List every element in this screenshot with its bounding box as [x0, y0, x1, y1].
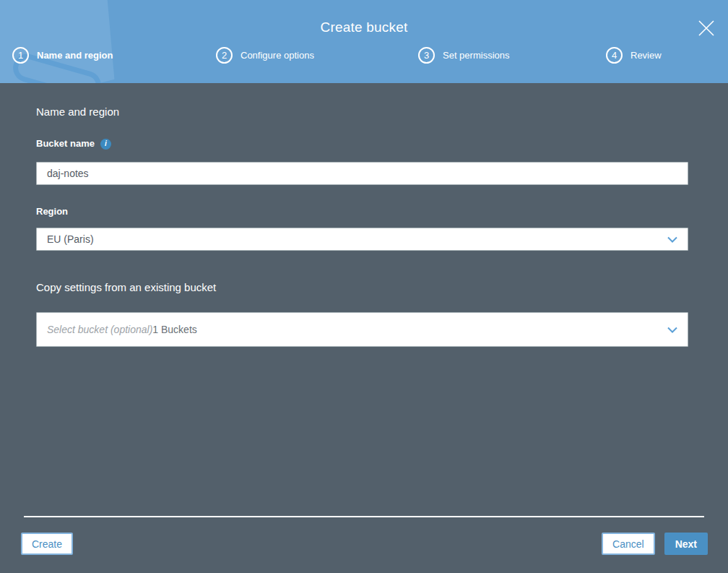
cancel-button[interactable]: Cancel	[602, 533, 655, 555]
bucket-name-input[interactable]	[36, 162, 688, 185]
step-label: Review	[630, 50, 662, 61]
step-label: Configure options	[240, 50, 314, 61]
bucket-count: 1 Buckets	[152, 324, 196, 335]
section-heading-name-and-region: Name and region	[36, 105, 688, 119]
step-name-and-region[interactable]: 1 Name and region	[12, 47, 113, 64]
region-selected-value: EU (Paris)	[47, 233, 94, 245]
step-label: Name and region	[37, 50, 113, 61]
bucket-name-label-row: Bucket name i	[36, 138, 688, 150]
create-button[interactable]: Create	[21, 533, 73, 555]
chevron-down-icon	[667, 327, 677, 333]
copy-bucket-select[interactable]: Select bucket (optional) 1 Buckets	[36, 312, 688, 347]
copy-bucket-placeholder: Select bucket (optional)	[47, 324, 152, 335]
step-number: 4	[606, 47, 623, 64]
dialog-body: Name and region Bucket name i Region EU …	[0, 83, 728, 573]
close-button[interactable]	[697, 19, 716, 38]
step-review[interactable]: 4 Review	[606, 47, 662, 64]
region-label: Region	[36, 206, 688, 217]
step-configure-options[interactable]: 2 Configure options	[216, 47, 314, 64]
footer: Create Cancel Next	[21, 533, 708, 555]
step-number: 1	[12, 47, 29, 64]
step-set-permissions[interactable]: 3 Set permissions	[418, 47, 509, 64]
dialog-header: Create bucket 1 Name and region 2 Config…	[0, 0, 728, 83]
stepper: 1 Name and region 2 Configure options 3 …	[0, 45, 728, 78]
copy-settings-heading: Copy settings from an existing bucket	[36, 281, 688, 294]
step-label: Set permissions	[443, 50, 509, 61]
dialog-title: Create bucket	[0, 20, 728, 35]
region-select[interactable]: EU (Paris)	[36, 228, 688, 251]
chevron-down-icon	[667, 236, 677, 243]
bucket-name-label: Bucket name	[36, 138, 95, 150]
info-icon[interactable]: i	[100, 139, 111, 150]
step-number: 3	[418, 47, 435, 64]
step-number: 2	[216, 47, 233, 64]
footer-divider	[24, 516, 704, 517]
close-icon	[697, 19, 716, 38]
next-button[interactable]: Next	[664, 533, 708, 555]
